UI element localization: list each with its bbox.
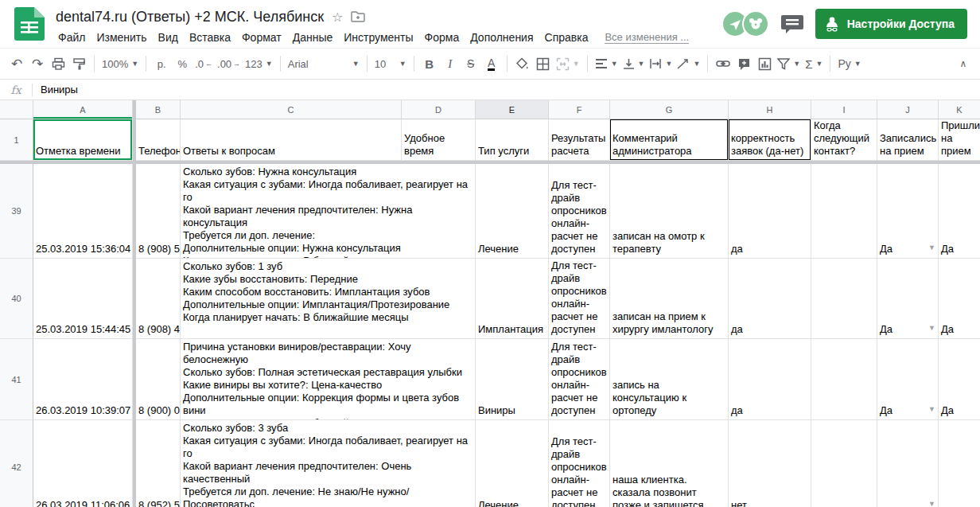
cell-C1[interactable]: Ответы к вопросам [181,119,402,161]
cell-K42[interactable] [939,420,980,507]
number-format-button[interactable]: 123▼ [243,53,275,75]
menu-view[interactable]: Вид [153,29,184,45]
cell-E41[interactable]: Виниры [476,339,549,420]
cell-K1[interactable]: Пришли на прием [939,119,980,161]
percent-format-button[interactable]: % [172,53,192,75]
cell-K41[interactable]: Да [939,339,980,420]
cell-F42[interactable]: Для тест-драйв опросников онлайн-расчет … [549,420,610,507]
cell-A42[interactable]: 26.03.2019 11:06:06 [33,420,133,507]
cell-D1[interactable]: Удобное время [402,119,476,161]
cell-J1[interactable]: Записались на прием [877,119,939,161]
menu-insert[interactable]: Вставка [184,29,236,45]
cell-G39[interactable]: записан на омотр к терапевту [610,164,729,259]
vertical-align-button[interactable]: ▼ [620,53,648,75]
cell-F39[interactable]: Для тест-драйв опросников онлайн-расчет … [549,164,610,259]
row-header-1[interactable]: 1 [0,119,33,161]
font-family-select[interactable]: Arial▼ [286,53,362,75]
cell-F40[interactable]: Для тест-драйв опросников онлайн-расчет … [549,259,610,339]
cell-I42[interactable] [811,420,877,507]
column-header-J[interactable]: J [877,100,939,119]
dropdown-arrow-icon[interactable]: ▼ [928,403,935,417]
cell-J40[interactable]: Да ▼ [877,259,939,339]
share-settings-button[interactable]: Настройки Доступа [815,9,967,39]
cell-E40[interactable]: Имплантация [476,259,549,339]
dropdown-arrow-icon[interactable]: ▼ [928,497,935,507]
select-all-corner[interactable] [0,100,33,119]
menu-addons[interactable]: Дополнения [465,29,539,45]
insert-chart-button[interactable] [754,53,775,75]
undo-button[interactable]: ↶ [6,53,27,75]
document-title[interactable]: dental74.ru (Ответы) +2 МСК. Челябинск [56,9,324,25]
cell-E42[interactable]: Лечение [476,420,549,507]
cell-E1[interactable]: Тип услуги [476,119,549,161]
column-header-G[interactable]: G [610,100,729,119]
cell-K39[interactable]: Да [939,164,980,259]
font-size-select[interactable]: 10▼ [372,53,409,75]
column-header-K[interactable]: K [939,100,980,119]
borders-button[interactable] [533,53,554,75]
cell-E39[interactable]: Лечение [476,164,549,259]
cell-J39[interactable]: Да ▼ [877,164,939,259]
insert-comment-button[interactable] [733,53,754,75]
cell-H41[interactable]: да [729,339,811,420]
column-header-C[interactable]: C [181,100,402,119]
menu-edit[interactable]: Изменить [91,29,152,45]
cell-G42[interactable]: наша клиентка. сказала позвонит позже и … [610,420,729,507]
column-header-E[interactable]: E [476,100,549,119]
text-wrap-button[interactable]: ▼ [647,53,675,75]
dropdown-arrow-icon[interactable]: ▼ [928,322,935,336]
menu-form[interactable]: Форма [419,29,465,45]
menu-format[interactable]: Формат [236,29,287,45]
column-header-D[interactable]: D [402,100,476,119]
horizontal-align-button[interactable]: ▼ [593,53,620,75]
column-header-A[interactable]: A [33,100,133,119]
cell-B1[interactable]: Телефон [136,119,181,161]
cell-F1[interactable]: Результаты расчета [549,119,610,161]
cell-F41[interactable]: Для тест-драйв опросников онлайн-расчет … [549,339,610,420]
star-icon[interactable]: ☆ [332,10,343,25]
cell-I41[interactable] [811,339,877,420]
text-rotation-button[interactable]: ▼ [675,53,702,75]
row-header-41[interactable]: 41 [0,339,33,420]
cell-B42[interactable]: 8 (952) 5 [136,420,181,507]
cell-C41[interactable]: Причина установки виниров/реставрации: Х… [181,339,476,420]
cell-I1[interactable]: Когда следующий контакт? [811,119,877,161]
move-to-folder-icon[interactable] [351,11,365,22]
cell-C42[interactable]: Сколько зубов: 3 зуба Какая ситуация с з… [181,420,476,507]
strikethrough-button[interactable]: S [461,53,481,75]
all-changes-saved-link[interactable]: Все изменения ... [605,31,689,44]
cell-I40[interactable] [811,259,877,339]
cell-A40[interactable]: 25.03.2019 15:44:45 [33,259,133,339]
bold-button[interactable]: B [419,53,440,75]
cell-C39[interactable]: Сколько зубов: Нужна консультация Какая … [181,164,476,259]
comment-history-icon[interactable] [780,14,804,34]
row-header-39[interactable]: 39 [0,164,33,259]
cell-G40[interactable]: записан на прием к хирургу имлантологу [610,259,729,339]
currency-format-button[interactable]: р. [151,53,172,75]
row-header-40[interactable]: 40 [0,259,33,339]
insert-link-button[interactable] [713,53,733,75]
cell-B40[interactable]: 8 (908) 4 [136,259,181,339]
decrease-decimals-button[interactable]: .0← [192,53,215,75]
redo-button[interactable]: ↷ [27,53,48,75]
cell-B41[interactable]: 8 (900) 0 [136,339,181,420]
paint-format-button[interactable] [68,53,89,75]
menu-tools[interactable]: Инструменты [338,29,418,45]
cell-G41[interactable]: запись на консультацию к ортопеду [610,339,729,420]
cell-A39[interactable]: 25.03.2019 15:36:04 [33,164,133,259]
formula-bar-value[interactable]: Виниры [33,84,78,96]
cell-H1[interactable]: корректность заявок (да-нет) [729,119,811,161]
cell-A1[interactable]: Отметка времени [33,119,133,161]
collapse-toolbar-icon[interactable]: ∧ [953,53,974,75]
input-tools-button[interactable]: Ру▼ [835,53,863,75]
print-button[interactable] [48,53,68,75]
cell-B39[interactable]: 8 (908) 5 [136,164,181,259]
cell-J42[interactable]: ▼ [877,420,939,507]
cell-H40[interactable]: да [729,259,811,339]
column-header-I[interactable]: I [811,100,877,119]
cell-C40[interactable]: Сколько зубов: 1 зуб Какие зубы восстано… [181,259,476,339]
column-header-F[interactable]: F [549,100,610,119]
cell-J41[interactable]: Да ▼ [877,339,939,420]
cell-H39[interactable]: да [729,164,811,259]
cell-H42[interactable]: нет [729,420,811,507]
